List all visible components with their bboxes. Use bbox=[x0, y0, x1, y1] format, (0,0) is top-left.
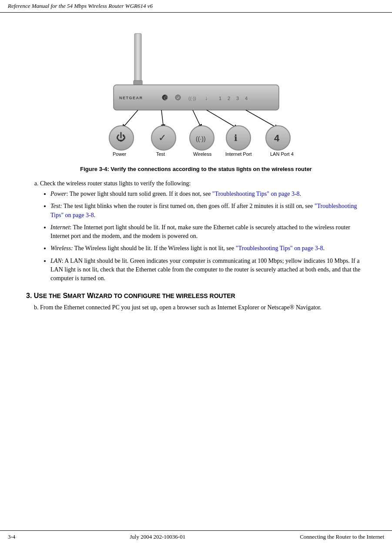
svg-text:2: 2 bbox=[228, 96, 230, 101]
footer-center: July 2004 202-10036-01 bbox=[130, 533, 185, 540]
router-diagram-svg: NETGEAR ⏻ ✓ ((·)) ↓ 1 2 3 4 bbox=[83, 29, 309, 160]
svg-text:NETGEAR: NETGEAR bbox=[119, 96, 143, 100]
bullet-test: Test: The test light blinks when the rou… bbox=[50, 202, 366, 220]
bullet-power: Power: The power light should turn solid… bbox=[50, 190, 366, 198]
svg-line-18 bbox=[207, 110, 238, 128]
footer-left: 3-4 bbox=[8, 533, 15, 540]
section-3-label: USE THE SMART WIZARD TO CONFIGURE THE WI… bbox=[34, 292, 235, 299]
svg-text:ℹ: ℹ bbox=[234, 133, 238, 143]
svg-text:✓: ✓ bbox=[177, 96, 180, 100]
svg-text:((·)): ((·)) bbox=[188, 96, 196, 101]
svg-text:1: 1 bbox=[219, 96, 221, 101]
svg-text:Power: Power bbox=[113, 151, 127, 157]
bullet-internet-label: Internet bbox=[50, 224, 70, 231]
svg-text:✓: ✓ bbox=[158, 132, 166, 143]
svg-text:4: 4 bbox=[245, 96, 248, 101]
header-text: Reference Manual for the 54 Mbps Wireles… bbox=[8, 3, 153, 9]
step-d: Check the wireless router status lights … bbox=[40, 180, 366, 187]
bullet-lan: LAN: A LAN light should be lit. Green in… bbox=[50, 257, 366, 283]
link-troubleshoot-wireless[interactable]: "Troubleshooting Tips" on page 3-8 bbox=[236, 245, 323, 251]
svg-text:Test: Test bbox=[156, 151, 165, 157]
step-d-intro: Check the wireless router status lights … bbox=[40, 180, 191, 187]
bullet-lan-label: LAN bbox=[50, 258, 62, 264]
svg-text:Internet Port: Internet Port bbox=[225, 151, 252, 157]
figure-caption: Figure 3-4: Verify the connections accor… bbox=[26, 166, 366, 172]
bullet-internet: Internet: The Internet port light should… bbox=[50, 223, 366, 241]
bullet-list: Power: The power light should turn solid… bbox=[50, 190, 366, 283]
svg-rect-2 bbox=[134, 80, 142, 85]
bullet-wireless-label: Wireless: bbox=[50, 245, 73, 251]
bullet-wireless: Wireless: The Wireless light should be l… bbox=[50, 244, 366, 253]
section-3-num: 3. bbox=[26, 292, 32, 299]
step-a-text: From the Ethernet connected PC you just … bbox=[40, 304, 322, 311]
svg-text:Wireless: Wireless bbox=[193, 151, 212, 157]
footer-right: Connecting the Router to the Internet bbox=[300, 533, 384, 540]
svg-text:((·)): ((·)) bbox=[196, 135, 206, 142]
bullet-test-label: Test: bbox=[50, 203, 62, 209]
svg-text:LAN Port 4: LAN Port 4 bbox=[270, 151, 294, 157]
main-content: NETGEAR ⏻ ✓ ((·)) ↓ 1 2 3 4 bbox=[0, 13, 392, 349]
svg-text:⏻: ⏻ bbox=[116, 132, 126, 143]
svg-text:↓: ↓ bbox=[205, 95, 208, 101]
section-3-heading: 3. USE THE SMART WIZARD TO CONFIGURE THE… bbox=[26, 292, 366, 300]
svg-rect-1 bbox=[134, 34, 141, 86]
page-footer: 3-4 July 2004 202-10036-01 Connecting th… bbox=[0, 530, 392, 543]
svg-line-15 bbox=[122, 110, 138, 128]
svg-text:⏻: ⏻ bbox=[164, 95, 168, 100]
bullet-power-label: Power bbox=[50, 191, 67, 197]
svg-line-19 bbox=[246, 110, 278, 128]
link-troubleshoot-test[interactable]: "Troubleshooting Tips" on page 3-8 bbox=[50, 203, 357, 218]
diagram-container: NETGEAR ⏻ ✓ ((·)) ↓ 1 2 3 4 bbox=[26, 29, 366, 160]
page-header: Reference Manual for the 54 Mbps Wireles… bbox=[0, 0, 392, 13]
step-a: From the Ethernet connected PC you just … bbox=[40, 304, 366, 311]
svg-point-26 bbox=[226, 126, 251, 150]
link-troubleshoot-power[interactable]: "Troubleshooting Tips" on page 3-8 bbox=[212, 191, 300, 197]
svg-text:4: 4 bbox=[274, 133, 280, 144]
svg-text:3: 3 bbox=[236, 96, 239, 101]
